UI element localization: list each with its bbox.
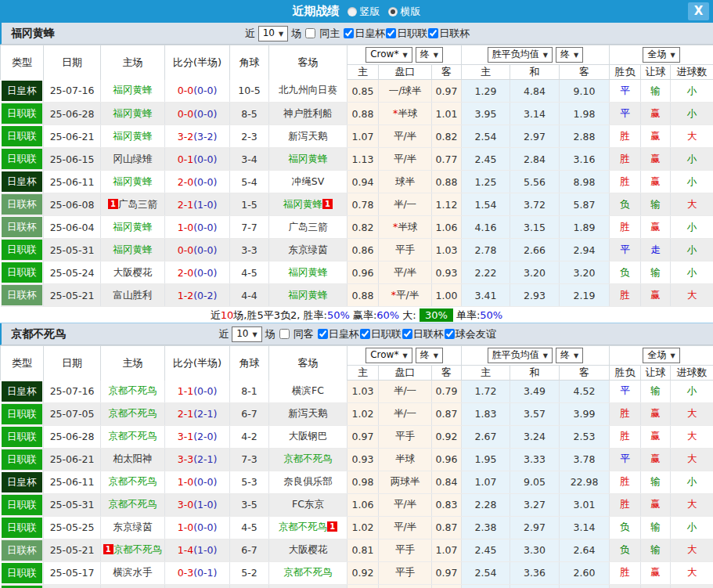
league-filter[interactable]: 日联杯 <box>402 327 444 341</box>
corners: 10-5 <box>230 80 269 103</box>
col-eu-away: 客 <box>560 65 610 80</box>
fulltime-score: 1-0 <box>178 521 193 533</box>
fulltime-score: 3-1 <box>178 431 193 442</box>
eu-away-odds: 3.16 <box>560 148 610 171</box>
recent-count-select[interactable]: 10▼ <box>232 326 261 342</box>
final-odds-select[interactable]: 终▼ <box>416 47 443 63</box>
same-venue-filter[interactable]: 同主 <box>304 27 340 41</box>
final-odds-select[interactable]: 终▼ <box>416 348 443 363</box>
corners: 5-3 <box>230 471 269 493</box>
league-filter[interactable]: 日皇杯 <box>343 27 385 41</box>
league-checkbox[interactable] <box>360 329 370 339</box>
eu-away-odds: 1.98 <box>560 103 610 125</box>
corners: 6-3 <box>230 584 269 588</box>
match-date: 25-07-16 <box>44 80 101 103</box>
league-label: 日皇杯 <box>329 327 359 341</box>
recent-count-select[interactable]: 10▼ <box>258 26 288 41</box>
layout-option-vertical[interactable]: 竖版 <box>341 5 380 19</box>
fulltime-score: 1-2 <box>178 290 193 301</box>
asia-home-odds: 0.94 <box>347 171 379 193</box>
match-type: 日皇杯 <box>1 471 44 493</box>
eu-home-odds: 1.29 <box>462 80 510 103</box>
vertical-radio-icon[interactable] <box>347 7 357 16</box>
horizontal-radio-icon[interactable] <box>388 7 398 16</box>
league-filter[interactable]: 日职联 <box>359 327 402 341</box>
close-icon[interactable]: X <box>688 2 709 20</box>
team-name: 新泻天鹅 <box>289 407 328 419</box>
asia-handicap: *半球 <box>379 103 432 125</box>
score: 0-0(0-0) <box>165 80 230 103</box>
eu-home-odds: 1.54 <box>462 193 510 216</box>
asia-handicap: *平/半 <box>379 284 432 307</box>
league-checkbox[interactable] <box>428 28 438 38</box>
eu-avg-select[interactable]: 胜平负均值▼ <box>488 348 553 363</box>
league-checkbox[interactable] <box>344 28 354 38</box>
summary-text: 近 <box>211 309 221 321</box>
match-type: 日职联 <box>1 425 44 448</box>
eu-avg-select[interactable]: 胜平负均值▼ <box>488 47 553 63</box>
asia-handicap: 平手 <box>379 239 432 262</box>
eu-draw-odds: 3.33 <box>510 448 560 471</box>
handicap-outcome: 赢 <box>641 493 671 516</box>
match-type: 日联杯 <box>1 216 44 239</box>
league-type-badge: 日皇杯 <box>2 171 43 192</box>
bookmaker-select[interactable]: Crow*▼ <box>366 47 412 63</box>
asia-handicap: 两球半 <box>379 471 432 493</box>
team-name: 大阪樱花 <box>113 266 153 278</box>
league-checkbox[interactable] <box>445 329 455 339</box>
score: 2-0(0-0) <box>165 262 230 284</box>
col-goal-count: 进球数 <box>671 65 713 80</box>
result-outcome: 胜 <box>610 561 641 584</box>
corners: 3-4 <box>230 148 269 171</box>
league-checkbox[interactable] <box>318 329 328 339</box>
match-row: 日皇杯25-07-16福冈黄蜂0-0(0-0)10-5北九州向日葵0.85一/球… <box>1 80 713 103</box>
team-name: 京都不死鸟 <box>108 475 157 487</box>
league-label: 日联杯 <box>439 27 470 41</box>
col-home: 主场 <box>101 45 165 80</box>
league-checkbox[interactable] <box>386 28 396 38</box>
fullmatch-select[interactable]: 全场▼ <box>643 348 679 363</box>
league-filter[interactable]: 球会友谊 <box>444 327 496 341</box>
asia-away-odds: 1.03 <box>432 239 462 262</box>
col-handicap: 盘口 <box>379 65 432 80</box>
league-label: 日职联 <box>371 327 402 341</box>
bookmaker-select[interactable]: Crow*▼ <box>366 348 412 363</box>
away-team: 北九州向日葵 <box>269 80 347 103</box>
handicap-outcome: 赢 <box>641 216 671 239</box>
match-type: 日职联 <box>1 493 44 516</box>
final-odds-select[interactable]: 终▼ <box>556 348 583 363</box>
same-venue-checkbox[interactable] <box>279 329 290 339</box>
handicap-outcome: 赢 <box>641 171 671 193</box>
asia-home-odds: 0.97 <box>347 425 379 448</box>
handicap-outcome: 赢 <box>641 402 671 425</box>
eu-home-odds: 3.95 <box>462 103 510 125</box>
team-name: 广岛三箭 <box>289 221 328 233</box>
same-venue-checkbox[interactable] <box>305 28 315 38</box>
match-type: 日职联 <box>1 148 44 171</box>
handicap-outcome: 赢 <box>641 125 671 148</box>
league-type-badge: 日联杯 <box>2 540 43 561</box>
summary-row: 近10场,胜5平3负2, 胜率:50% 赢率:60% 大: 30% 单率:50% <box>0 307 713 323</box>
league-checkbox[interactable] <box>402 329 412 339</box>
fullmatch-select[interactable]: 全场▼ <box>643 47 679 63</box>
eu-home-odds: 1.25 <box>462 171 510 193</box>
same-venue-filter[interactable]: 同客 <box>279 327 314 341</box>
asia-home-odds: 0.98 <box>347 471 379 493</box>
league-filter[interactable]: 日职联 <box>385 27 427 41</box>
results-table: 类型 日期 主场 比分(半场) 角球 客场 Crow*▼ 终▼ 胜平负均值▼ 终… <box>0 345 713 588</box>
col-asia-home: 主 <box>347 65 379 80</box>
asia-handicap: 半/一 <box>379 193 432 216</box>
team-name: 京都不死鸟 <box>283 566 333 578</box>
fulltime-score: 1-4 <box>178 544 193 556</box>
league-filter[interactable]: 日联杯 <box>427 27 470 41</box>
score: 1-1(0-0) <box>165 584 230 588</box>
final-odds-select[interactable]: 终▼ <box>556 47 583 63</box>
layout-option-horizontal[interactable]: 横版 <box>382 5 421 19</box>
match-row: 日职联25-05-31福冈黄蜂0-0(0-0)3-3东京绿茵0.86平手1.03… <box>1 239 713 262</box>
summary-text: 50% <box>327 309 350 321</box>
eu-home-odds: 2.28 <box>462 493 510 516</box>
corners: 5-4 <box>230 171 269 193</box>
eu-home-odds: 2.67 <box>462 425 510 448</box>
eu-home-odds: 2.78 <box>462 239 510 262</box>
league-filter[interactable]: 日皇杯 <box>317 327 359 341</box>
